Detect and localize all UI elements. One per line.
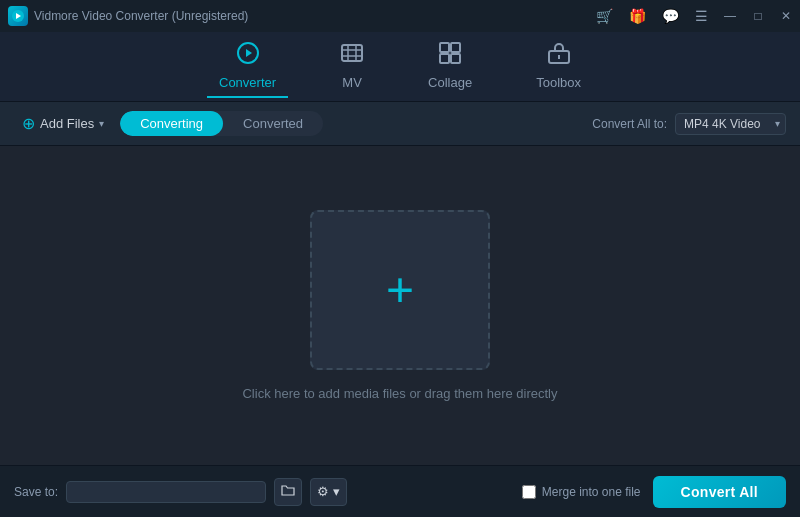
- svg-rect-4: [342, 45, 362, 61]
- open-folder-button[interactable]: [274, 478, 302, 506]
- convert-all-to: Convert All to: MP4 4K Video ▾: [592, 113, 786, 135]
- gear-icon: ⚙: [317, 484, 329, 499]
- save-to-section: Save to: ⚙ ▾: [14, 478, 347, 506]
- merge-label: Merge into one file: [542, 485, 641, 499]
- tab-mv-label: MV: [342, 75, 362, 90]
- add-files-button[interactable]: ⊕ Add Files ▾: [14, 110, 112, 137]
- tab-collage-label: Collage: [428, 75, 472, 90]
- format-select[interactable]: MP4 4K Video: [675, 113, 786, 135]
- titlebar-controls: 🛒 🎁 💬 ☰ — □ ✕: [596, 8, 792, 24]
- tab-collage[interactable]: Collage: [416, 35, 484, 98]
- save-to-label: Save to:: [14, 485, 58, 499]
- bottom-bar: Save to: ⚙ ▾ Merge into one file Convert…: [0, 465, 800, 517]
- svg-rect-7: [440, 54, 449, 63]
- settings-dropdown-arrow: ▾: [333, 484, 340, 499]
- plus-icon: +: [386, 266, 414, 314]
- svg-rect-8: [451, 54, 460, 63]
- tab-toolbox[interactable]: Toolbox: [524, 35, 593, 98]
- folder-icon: [281, 483, 295, 500]
- gift-icon[interactable]: 🎁: [629, 8, 646, 24]
- add-circle-icon: ⊕: [22, 114, 35, 133]
- tab-toolbox-label: Toolbox: [536, 75, 581, 90]
- minimize-btn[interactable]: —: [724, 10, 736, 22]
- bottom-right: Merge into one file Convert All: [522, 476, 786, 508]
- maximize-btn[interactable]: □: [752, 10, 764, 22]
- add-files-dropdown-arrow[interactable]: ▾: [99, 118, 104, 129]
- svg-rect-6: [451, 43, 460, 52]
- svg-marker-3: [246, 49, 252, 57]
- save-path-input[interactable]: [66, 481, 266, 503]
- svg-rect-5: [440, 43, 449, 52]
- toolbox-icon: [547, 41, 571, 71]
- toolbar: ⊕ Add Files ▾ Converting Converted Conve…: [0, 102, 800, 146]
- menu-icon[interactable]: ☰: [695, 8, 708, 24]
- main-content: + Click here to add media files or drag …: [0, 146, 800, 465]
- sub-tab-converted[interactable]: Converted: [223, 111, 323, 136]
- chat-icon[interactable]: 💬: [662, 8, 679, 24]
- nav-tabs: Converter MV Collage: [0, 32, 800, 102]
- merge-checkbox-area: Merge into one file: [522, 485, 641, 499]
- toolbar-left: ⊕ Add Files ▾ Converting Converted: [14, 110, 323, 137]
- mv-icon: [340, 41, 364, 71]
- settings-button[interactable]: ⚙ ▾: [310, 478, 347, 506]
- collage-icon: [438, 41, 462, 71]
- titlebar: Vidmore Video Converter (Unregistered) 🛒…: [0, 0, 800, 32]
- add-files-label: Add Files: [40, 116, 94, 131]
- convert-all-to-label: Convert All to:: [592, 117, 667, 131]
- app-icon: [8, 6, 28, 26]
- tab-mv[interactable]: MV: [328, 35, 376, 98]
- tab-converter-label: Converter: [219, 75, 276, 90]
- close-btn[interactable]: ✕: [780, 10, 792, 22]
- merge-checkbox[interactable]: [522, 485, 536, 499]
- convert-all-button[interactable]: Convert All: [653, 476, 786, 508]
- cart-icon[interactable]: 🛒: [596, 8, 613, 24]
- titlebar-left: Vidmore Video Converter (Unregistered): [8, 6, 248, 26]
- converter-icon: [236, 41, 260, 71]
- sub-tab-converting[interactable]: Converting: [120, 111, 223, 136]
- drop-hint: Click here to add media files or drag th…: [242, 386, 557, 401]
- title-text: Vidmore Video Converter (Unregistered): [34, 9, 248, 23]
- drop-zone[interactable]: +: [310, 210, 490, 370]
- sub-tabs: Converting Converted: [120, 111, 323, 136]
- format-select-wrapper: MP4 4K Video ▾: [675, 113, 786, 135]
- tab-converter[interactable]: Converter: [207, 35, 288, 98]
